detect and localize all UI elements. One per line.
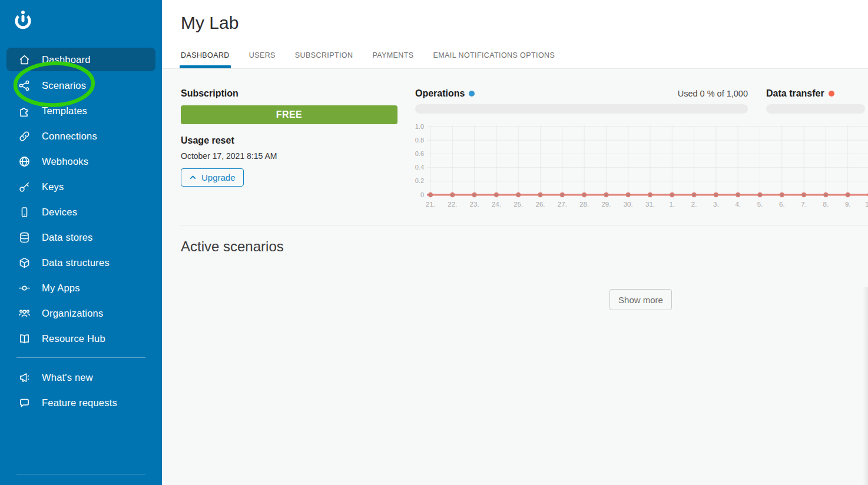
svg-text:25.: 25. bbox=[513, 201, 523, 208]
tab-users[interactable]: USERS bbox=[249, 51, 276, 67]
subscription-heading: Subscription bbox=[181, 88, 397, 99]
open-book-icon bbox=[18, 333, 31, 346]
section-divider bbox=[181, 225, 868, 225]
svg-text:1.0: 1.0 bbox=[415, 123, 424, 130]
sidebar-bottom-divider bbox=[16, 474, 145, 474]
usage-header-row: Operations Used 0 % of 1,000 Data transf… bbox=[415, 88, 868, 99]
svg-text:0.4: 0.4 bbox=[415, 164, 424, 171]
svg-text:26.: 26. bbox=[536, 201, 545, 208]
sidebar-item-data-stores[interactable]: Data stores bbox=[0, 225, 162, 250]
sidebar-item-feature-requests[interactable]: Feature requests bbox=[0, 390, 162, 416]
plan-badge: FREE bbox=[181, 105, 397, 124]
svg-text:29.: 29. bbox=[601, 201, 611, 208]
usage-reset-value: October 17, 2021 8:15 AM bbox=[181, 151, 397, 161]
upgrade-button[interactable]: Upgrade bbox=[181, 168, 244, 187]
subscription-section: Subscription FREE Usage reset October 17… bbox=[181, 88, 397, 187]
page-title: My Lab bbox=[181, 13, 238, 33]
data-transfer-header: Data transfer bbox=[766, 88, 834, 99]
svg-text:0.2: 0.2 bbox=[415, 177, 424, 184]
svg-text:23.: 23. bbox=[470, 201, 479, 208]
puzzle-icon bbox=[18, 105, 31, 118]
chevron-up-icon bbox=[189, 174, 197, 181]
sidebar-item-dashboard[interactable]: Dashboard bbox=[6, 48, 155, 71]
main-content: My Lab DASHBOARD USERS SUBSCRIPTION PAYM… bbox=[162, 0, 868, 485]
link-icon bbox=[18, 130, 31, 143]
database-icon bbox=[18, 231, 31, 244]
svg-text:22.: 22. bbox=[448, 201, 457, 208]
svg-text:28.: 28. bbox=[579, 201, 589, 208]
operations-chart: 00.20.40.60.81.021.22.23.24.25.26.27.28.… bbox=[412, 121, 868, 212]
tabs-divider bbox=[162, 68, 868, 69]
active-scenarios-heading: Active scenarios bbox=[181, 238, 284, 255]
svg-text:0.6: 0.6 bbox=[415, 150, 424, 157]
svg-text:30.: 30. bbox=[624, 201, 633, 208]
svg-text:27.: 27. bbox=[558, 201, 567, 208]
svg-text:4.: 4. bbox=[735, 201, 741, 208]
svg-text:31.: 31. bbox=[645, 201, 655, 208]
tab-bar: DASHBOARD USERS SUBSCRIPTION PAYMENTS EM… bbox=[181, 51, 555, 67]
sidebar-item-keys[interactable]: Keys bbox=[0, 174, 162, 200]
operations-progressbar bbox=[415, 104, 748, 114]
svg-text:0: 0 bbox=[420, 191, 424, 198]
svg-text:9.: 9. bbox=[845, 201, 851, 208]
svg-text:0.8: 0.8 bbox=[415, 137, 424, 144]
scenarios-icon bbox=[18, 79, 31, 92]
sidebar-divider bbox=[16, 357, 145, 358]
cube-icon bbox=[18, 257, 31, 270]
operations-header: Operations Used 0 % of 1,000 bbox=[415, 88, 748, 99]
data-transfer-dot bbox=[829, 91, 834, 97]
svg-text:1.: 1. bbox=[670, 201, 675, 208]
sidebar-item-data-structures[interactable]: Data structures bbox=[0, 250, 162, 275]
globe-icon bbox=[18, 155, 31, 168]
usage-reset-heading: Usage reset bbox=[181, 135, 397, 146]
power-logo-icon bbox=[11, 8, 35, 33]
apps-node-icon bbox=[18, 282, 31, 295]
users-icon bbox=[18, 307, 31, 320]
mobile-icon bbox=[18, 206, 31, 219]
operations-dot bbox=[469, 91, 475, 97]
chat-bubble-icon bbox=[18, 397, 31, 410]
sidebar-item-organizations[interactable]: Organizations bbox=[0, 301, 162, 326]
operations-heading: Operations bbox=[415, 88, 465, 99]
tab-email-notifications-options[interactable]: EMAIL NOTIFICATIONS OPTIONS bbox=[433, 51, 555, 67]
tab-payments[interactable]: PAYMENTS bbox=[372, 51, 413, 67]
data-transfer-progressbar bbox=[766, 104, 865, 114]
tab-dashboard[interactable]: DASHBOARD bbox=[181, 51, 230, 67]
svg-text:5.: 5. bbox=[757, 201, 763, 208]
svg-text:3.: 3. bbox=[713, 201, 719, 208]
sidebar-item-devices[interactable]: Devices bbox=[0, 200, 162, 225]
operations-chart-container: 00.20.40.60.81.021.22.23.24.25.26.27.28.… bbox=[412, 121, 868, 212]
key-icon bbox=[18, 181, 31, 194]
megaphone-icon bbox=[18, 371, 31, 384]
data-transfer-heading: Data transfer bbox=[766, 88, 824, 99]
svg-text:21.: 21. bbox=[426, 201, 435, 208]
svg-text:24.: 24. bbox=[492, 201, 501, 208]
sidebar-item-resource-hub[interactable]: Resource Hub bbox=[0, 326, 162, 351]
sidebar-item-templates[interactable]: Templates bbox=[0, 98, 162, 124]
sidebar-item-my-apps[interactable]: My Apps bbox=[0, 275, 162, 301]
tab-subscription[interactable]: SUBSCRIPTION bbox=[295, 51, 353, 67]
right-edge-shadow bbox=[863, 287, 868, 485]
svg-text:7.: 7. bbox=[801, 201, 807, 208]
sidebar-nav: Dashboard Scenarios Templates Connection… bbox=[0, 48, 162, 416]
home-icon bbox=[18, 53, 31, 66]
svg-text:6.: 6. bbox=[779, 201, 785, 208]
svg-text:8.: 8. bbox=[823, 201, 829, 208]
show-more-button[interactable]: Show more bbox=[609, 289, 672, 310]
sidebar-item-webhooks[interactable]: Webhooks bbox=[0, 149, 162, 174]
app-logo[interactable] bbox=[11, 8, 35, 33]
sidebar-item-connections[interactable]: Connections bbox=[0, 124, 162, 149]
sidebar: Dashboard Scenarios Templates Connection… bbox=[0, 0, 162, 485]
operations-used-text: Used 0 % of 1,000 bbox=[678, 89, 748, 98]
svg-text:10.: 10. bbox=[865, 201, 868, 208]
sidebar-item-scenarios[interactable]: Scenarios bbox=[0, 73, 162, 98]
sidebar-item-whats-new[interactable]: What's new bbox=[0, 365, 162, 390]
svg-text:2.: 2. bbox=[691, 201, 697, 208]
